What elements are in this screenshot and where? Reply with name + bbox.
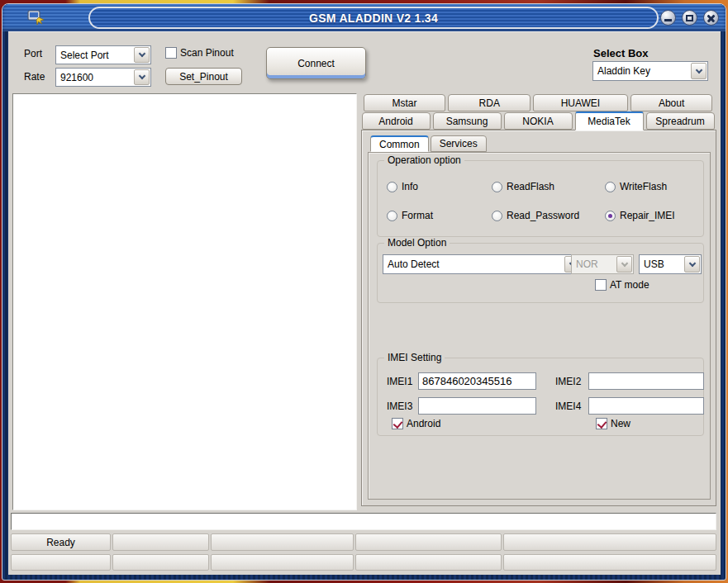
status-cell [503,554,716,571]
interface-dropdown-button[interactable] [684,256,700,273]
status-cell [355,533,502,551]
checkbox-icon [596,418,607,429]
radio-repair-imei[interactable]: Repair_IMEI [605,210,675,221]
at-mode-checkbox[interactable]: AT mode [595,279,649,291]
rate-dropdown-button[interactable] [134,69,150,85]
radio-icon [387,182,397,192]
maximize-icon [686,15,693,21]
imei3-input[interactable] [418,397,536,415]
status-cell [503,533,716,551]
model-select[interactable]: Auto Detect [383,254,582,274]
radio-icon [387,211,397,221]
log-panel[interactable] [12,93,357,510]
rate-select-value: 921600 [56,69,133,86]
radio-icon [492,182,502,192]
tab-row-2: Android Samsung NOKIA MediaTek Spreadrum [360,112,716,130]
radio-read-password-label: Read_Password [507,210,579,221]
tab-nokia[interactable]: NOKIA [504,112,573,130]
tab-spreadrum[interactable]: Spreadrum [646,112,715,130]
title-bar[interactable]: GSM ALADDIN V2 1.34 [2,4,726,31]
radio-info-label: Info [402,181,418,192]
scan-pinout-label: Scan Pinout [180,47,234,59]
radio-format[interactable]: Format [387,210,433,221]
status-bar: Ready [11,533,716,551]
select-box-select[interactable]: Aladdin Key [592,61,708,81]
port-dropdown-button[interactable] [134,47,150,63]
select-box-label: Select Box [593,47,648,59]
select-box-value: Aladdin Key [593,62,690,80]
tab-mstar[interactable]: Mstar [364,94,446,111]
radio-icon [492,211,502,221]
status-cell [355,554,502,571]
chevron-down-icon [138,73,145,79]
checkbox-icon [165,47,177,59]
imei2-input[interactable] [588,372,704,390]
status-cell [11,554,111,571]
imei-setting-group-label: IMEI Setting [384,352,445,363]
model-option-group-label: Model Option [384,237,450,249]
close-button[interactable] [703,10,719,26]
port-select-value: Select Port [56,46,133,64]
radio-writeflash[interactable]: WriteFlash [605,181,667,192]
minimize-icon [664,19,672,21]
set-pinout-button[interactable]: Set_Pinout [165,68,242,85]
imei4-label: IMEI4 [555,401,581,412]
imei1-label: IMEI1 [387,376,412,387]
tab-about[interactable]: About [630,94,713,111]
radio-writeflash-label: WriteFlash [620,181,667,192]
radio-repair-imei-label: Repair_IMEI [620,210,675,221]
rate-select[interactable]: 921600 [55,68,151,87]
radio-readflash-label: ReadFlash [507,181,554,192]
imei3-label: IMEI3 [387,401,412,412]
imei-setting-group: IMEI Setting IMEI1 IMEI2 IMEI3 IMEI4 And… [377,358,704,436]
model-option-group: Model Option Auto Detect NOR USB [377,243,704,303]
connect-button[interactable]: Connect [266,47,366,79]
port-select[interactable]: Select Port [55,45,151,64]
tab-services[interactable]: Services [431,135,487,152]
tab-content-panel: Common Services Operation option Info Re… [361,130,716,506]
inner-tab-strip: Common Services [370,135,487,152]
radio-read-password[interactable]: Read_Password [492,210,579,221]
memory-select-value: NOR [572,255,616,273]
status-cell [211,533,354,551]
interface-select[interactable]: USB [639,254,702,274]
tab-android[interactable]: Android [362,112,431,130]
minimize-button[interactable] [660,10,676,26]
chevron-down-icon [688,259,695,266]
android-checkbox[interactable]: Android [392,418,440,429]
scan-pinout-checkbox[interactable]: Scan Pinout [165,47,234,59]
imei4-input[interactable] [588,397,704,415]
window-controls [660,10,719,26]
memory-dropdown-button [616,256,632,273]
new-label: New [611,418,630,429]
checkbox-icon [595,279,607,291]
chevron-down-icon [695,66,702,73]
port-label: Port [24,48,42,59]
model-select-value: Auto Detect [383,255,564,273]
radio-readflash[interactable]: ReadFlash [492,181,554,192]
select-box-dropdown-button[interactable] [691,63,707,79]
maximize-button[interactable] [682,10,697,26]
window-title: GSM ALADDIN V2 1.34 [309,12,438,25]
tab-mediatek[interactable]: MediaTek [575,111,644,130]
progress-bar [11,513,716,530]
status-cell [112,554,209,571]
tab-samsung[interactable]: Samsung [433,112,502,130]
status-cell [112,533,209,551]
tab-rda[interactable]: RDA [448,94,531,111]
radio-icon [605,211,616,221]
radio-format-label: Format [402,210,433,221]
app-window: GSM ALADDIN V2 1.34 Port Select Port Rat… [2,3,726,581]
status-cell [211,554,354,571]
radio-info[interactable]: Info [387,181,418,192]
tab-huawei[interactable]: HUAWEI [533,94,628,111]
rate-label: Rate [24,71,45,83]
tab-common[interactable]: Common [370,135,429,152]
title-pill: GSM ALADDIN V2 1.34 [88,7,659,29]
at-mode-label: AT mode [610,279,649,291]
android-label: Android [407,418,440,429]
tab-row-1: Mstar RDA HUAWEI About [362,94,714,111]
new-checkbox[interactable]: New [596,418,630,429]
imei1-input[interactable] [418,372,536,390]
app-icon[interactable] [26,7,45,27]
